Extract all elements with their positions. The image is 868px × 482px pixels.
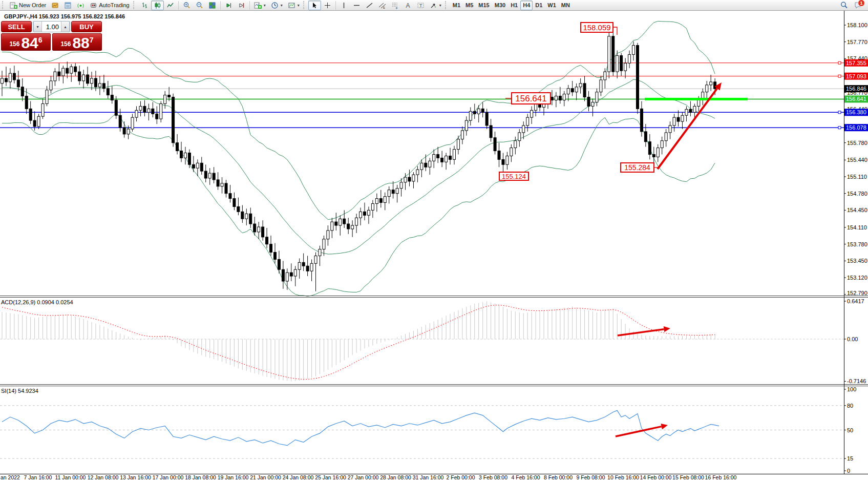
price-callout-155.284[interactable]: 155.284 [621, 163, 658, 172]
timeframe-h1[interactable]: H1 [508, 1, 520, 10]
candle [469, 111, 472, 120]
candle [624, 63, 627, 71]
candle [302, 262, 305, 266]
time-tick-label: 2 Feb 00:00 [446, 474, 475, 480]
bid-price-tile[interactable]: 156846 [1, 33, 51, 51]
price-callout-155.124[interactable]: 155.124 [499, 172, 528, 180]
candle [213, 173, 215, 180]
crosshair-button[interactable] [321, 1, 334, 10]
chart-objects[interactable]: 158.059156.641155.124155.284 [499, 23, 722, 436]
bar-chart-button[interactable] [138, 1, 151, 10]
line-chart-button[interactable] [164, 1, 177, 10]
chevron-down-icon: ▾ [298, 3, 300, 8]
candle [62, 68, 65, 76]
bar-chart-icon [141, 2, 149, 9]
candle [375, 199, 378, 204]
text-icon: A [404, 2, 412, 9]
zoom-in-button[interactable] [180, 1, 193, 10]
timeframe-m30[interactable]: M30 [492, 1, 508, 10]
templates-button[interactable]: ▾ [285, 1, 302, 10]
chart-canvas[interactable]: 158.100157.770157.440157.110156.770156.4… [0, 0, 868, 482]
price-callout-158.059[interactable]: 158.059 [581, 23, 617, 35]
notifications-button[interactable]: 1 [852, 1, 865, 10]
text-label-button[interactable]: T [414, 1, 427, 10]
lot-size-input[interactable] [42, 22, 61, 32]
arrows-button[interactable]: ▾ [427, 1, 444, 10]
horizontal-line-button[interactable] [350, 1, 363, 10]
rsi-pane: 1008050150SI(14) 54.9234 [0, 386, 856, 474]
candle [636, 46, 639, 109]
lot-decrease-button[interactable]: ▾ [33, 22, 42, 32]
candle [115, 100, 117, 116]
time-tick-label: 18 Jan 08:00 [185, 474, 216, 480]
timeframe-m15-label: M15 [478, 2, 489, 8]
time-tick-label: 24 Jan 08:00 [283, 474, 314, 480]
candle [673, 117, 675, 125]
charts-button[interactable] [49, 1, 61, 10]
chart-shift-button[interactable] [235, 1, 248, 10]
buy-button[interactable]: BUY [71, 21, 102, 32]
candle [420, 163, 423, 170]
search-button[interactable] [837, 1, 851, 10]
cursor-button[interactable] [308, 1, 321, 10]
candle [54, 72, 56, 81]
candle [359, 212, 362, 218]
indicators-button[interactable]: ▾ [251, 1, 268, 10]
autotrading-button[interactable]: AutoTrading [87, 1, 132, 10]
signals-button[interactable] [74, 1, 87, 10]
candle [91, 78, 93, 83]
timeframe-h4[interactable]: H4 [520, 1, 533, 10]
ask-price-tile[interactable]: 156887 [52, 33, 102, 51]
candle [628, 54, 631, 63]
new-order-icon [10, 2, 17, 9]
candle [473, 111, 476, 114]
timeframe-m1[interactable]: M1 [450, 1, 463, 10]
fibonacci-button[interactable]: F [389, 1, 401, 10]
time-tick-label: 27 Jan 00:00 [348, 474, 379, 480]
vertical-line-button[interactable] [337, 1, 350, 10]
market-watch-button[interactable] [61, 1, 74, 10]
candle [616, 55, 619, 72]
price-callout-156.641[interactable]: 156.641 [505, 93, 551, 104]
zoom-out-button[interactable] [193, 1, 206, 10]
text-button[interactable]: A [401, 1, 414, 10]
equidistant-channel-button[interactable]: E [376, 1, 389, 10]
timeframe-m30-label: M30 [495, 2, 505, 8]
time-tick-label: 17 Jan 00:00 [153, 474, 184, 480]
timeframe-w1[interactable]: W1 [545, 1, 559, 10]
line-handle[interactable] [838, 127, 841, 129]
tile-windows-button[interactable] [206, 1, 219, 10]
trendline-button[interactable] [363, 1, 376, 10]
timeframe-mn[interactable]: MN [559, 1, 573, 10]
crosshair-icon [324, 2, 331, 9]
candle [665, 133, 667, 141]
timeframe-d1[interactable]: D1 [533, 1, 545, 10]
line-handle[interactable] [838, 111, 841, 114]
auto-scroll-button[interactable] [222, 1, 235, 10]
line-handle[interactable] [838, 61, 841, 64]
timeframe-m15[interactable]: M15 [476, 1, 492, 10]
candle [571, 89, 574, 92]
toolbar-separator [249, 1, 250, 10]
candlestick-chart-icon [154, 2, 161, 9]
main-trend-arrow[interactable] [658, 82, 722, 169]
sell-button[interactable]: SELL [1, 21, 32, 32]
candlestick-chart-button[interactable] [151, 1, 164, 10]
price-tick-label: 153.120 [847, 275, 867, 281]
line-handle[interactable] [838, 75, 841, 77]
candle [139, 106, 142, 110]
price-tick-label: 158.100 [847, 22, 867, 28]
candle [184, 153, 186, 158]
rsi-indicator-label: SI(14) 54.9234 [1, 388, 38, 394]
lot-increase-button[interactable]: ▴ [61, 22, 70, 32]
chart-shift-icon [238, 2, 245, 9]
tile-windows-icon [208, 2, 216, 9]
candle [278, 259, 280, 269]
horizontal-line-objects[interactable] [0, 63, 844, 128]
periods-button[interactable]: ▾ [268, 1, 285, 10]
new-order-button[interactable]: New Order [7, 1, 49, 10]
thick-green-level-line[interactable] [645, 98, 748, 100]
timeframe-m5[interactable]: M5 [463, 1, 476, 10]
candle [531, 110, 533, 117]
notification-badge: 1 [858, 0, 865, 7]
